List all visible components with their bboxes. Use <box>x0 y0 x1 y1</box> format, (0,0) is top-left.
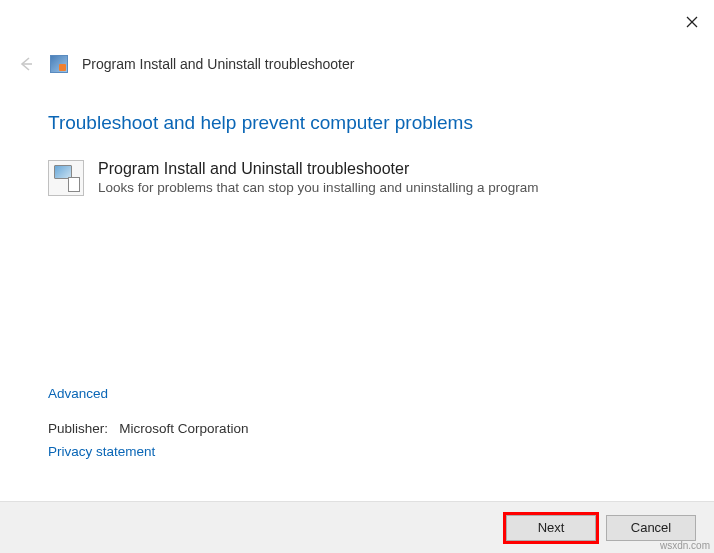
publisher-row: Publisher: Microsoft Corporation <box>48 421 248 436</box>
publisher-value: Microsoft Corporation <box>119 421 248 436</box>
troubleshooter-icon <box>48 160 84 196</box>
advanced-link[interactable]: Advanced <box>48 386 248 401</box>
privacy-statement-link[interactable]: Privacy statement <box>48 444 248 459</box>
close-icon <box>686 16 698 28</box>
troubleshooter-title: Program Install and Uninstall troublesho… <box>98 160 539 178</box>
back-arrow-icon <box>17 55 35 73</box>
page-heading: Troubleshoot and help prevent computer p… <box>48 112 666 134</box>
header-title: Program Install and Uninstall troublesho… <box>82 56 354 72</box>
cancel-button[interactable]: Cancel <box>606 515 696 541</box>
back-button[interactable] <box>16 54 36 74</box>
troubleshooter-item: Program Install and Uninstall troublesho… <box>48 160 666 196</box>
footer: Next Cancel <box>0 501 714 553</box>
next-button[interactable]: Next <box>506 515 596 541</box>
troubleshooter-description: Looks for problems that can stop you ins… <box>98 180 539 195</box>
publisher-label: Publisher: <box>48 421 108 436</box>
content-area: Troubleshoot and help prevent computer p… <box>0 84 714 196</box>
troubleshooter-text: Program Install and Uninstall troublesho… <box>98 160 539 196</box>
close-button[interactable] <box>682 12 702 32</box>
watermark: wsxdn.com <box>660 540 710 551</box>
bottom-links: Advanced Publisher: Microsoft Corporatio… <box>48 386 248 459</box>
app-icon <box>50 55 68 73</box>
header-row: Program Install and Uninstall troublesho… <box>0 40 714 84</box>
titlebar <box>0 0 714 40</box>
